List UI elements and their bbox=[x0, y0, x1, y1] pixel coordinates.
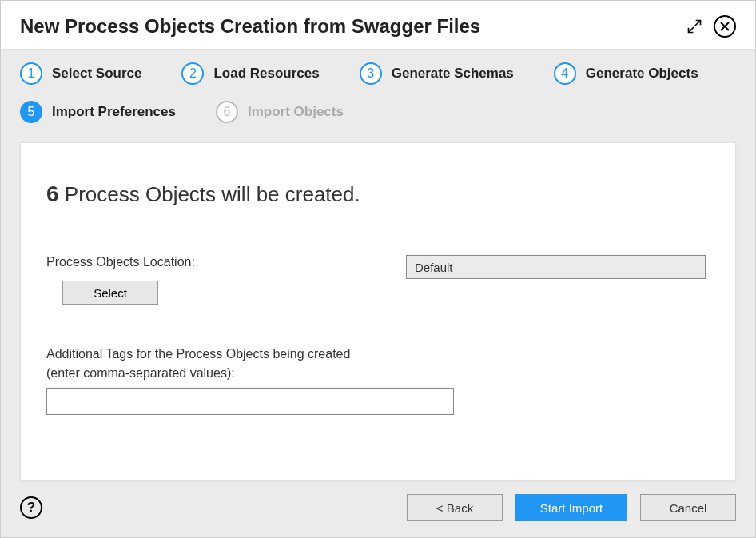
summary-text: 6 Process Objects will be created. bbox=[46, 181, 710, 207]
step-label: Generate Objects bbox=[586, 66, 698, 82]
content-panel: 6 Process Objects will be created. Proce… bbox=[20, 142, 736, 481]
cancel-button[interactable]: Cancel bbox=[640, 494, 736, 521]
dialog-title: New Process Objects Creation from Swagge… bbox=[20, 15, 480, 38]
step-load-resources[interactable]: 2 Load Resources bbox=[181, 62, 319, 85]
tags-section: Additional Tags for the Process Objects … bbox=[46, 345, 710, 415]
expand-icon[interactable] bbox=[686, 18, 702, 34]
step-number-icon: 3 bbox=[360, 62, 382, 85]
step-generate-schemas[interactable]: 3 Generate Schemas bbox=[360, 62, 514, 85]
dialog-footer: ? < Back Start Import Cancel bbox=[20, 481, 736, 521]
summary-suffix: Process Objects will be created. bbox=[59, 182, 360, 206]
tags-input[interactable] bbox=[46, 388, 454, 415]
back-button[interactable]: < Back bbox=[407, 494, 503, 521]
help-button[interactable]: ? bbox=[20, 496, 42, 519]
step-label: Load Resources bbox=[213, 66, 319, 82]
step-generate-objects[interactable]: 4 Generate Objects bbox=[554, 62, 698, 85]
dialog-body: 1 Select Source 2 Load Resources 3 Gener… bbox=[1, 50, 755, 537]
step-number-icon: 1 bbox=[20, 62, 42, 85]
wizard-steps: 1 Select Source 2 Load Resources 3 Gener… bbox=[20, 62, 736, 123]
step-label: Generate Schemas bbox=[392, 66, 514, 82]
close-button[interactable] bbox=[714, 15, 736, 38]
header-controls bbox=[686, 15, 736, 38]
step-import-objects: 6 Import Objects bbox=[216, 101, 344, 123]
location-row: Process Objects Location: Select bbox=[46, 255, 710, 305]
step-number-icon: 4 bbox=[554, 62, 576, 85]
tags-label-line1: Additional Tags for the Process Objects … bbox=[46, 347, 350, 361]
step-import-preferences[interactable]: 5 Import Preferences bbox=[20, 101, 176, 123]
step-number-icon: 5 bbox=[20, 101, 42, 123]
location-field bbox=[406, 255, 706, 279]
step-number-icon: 6 bbox=[216, 101, 238, 123]
help-icon: ? bbox=[27, 500, 35, 516]
start-import-button[interactable]: Start Import bbox=[515, 494, 627, 521]
location-label: Process Objects Location: bbox=[46, 255, 406, 269]
location-left: Process Objects Location: Select bbox=[46, 255, 406, 305]
tags-label: Additional Tags for the Process Objects … bbox=[46, 345, 710, 383]
step-label: Select Source bbox=[52, 66, 141, 82]
dialog-new-process-objects: New Process Objects Creation from Swagge… bbox=[0, 0, 756, 538]
close-icon bbox=[720, 22, 730, 31]
step-label: Import Preferences bbox=[52, 104, 176, 120]
step-label: Import Objects bbox=[248, 104, 344, 120]
footer-buttons: < Back Start Import Cancel bbox=[407, 494, 736, 521]
dialog-header: New Process Objects Creation from Swagge… bbox=[1, 1, 755, 50]
tags-label-line2: (enter comma-separated values): bbox=[46, 366, 235, 380]
step-select-source[interactable]: 1 Select Source bbox=[20, 62, 141, 85]
step-number-icon: 2 bbox=[181, 62, 204, 85]
object-count: 6 bbox=[46, 181, 59, 206]
start-import-label: Start Import bbox=[540, 501, 603, 515]
select-location-button[interactable]: Select bbox=[62, 281, 158, 305]
